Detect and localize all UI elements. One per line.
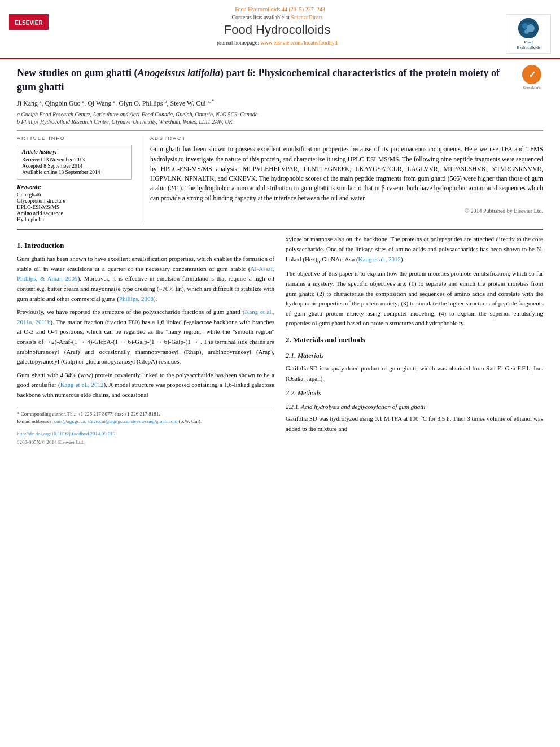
journal-header: Food Hydrocolloids 44 (2015) 237–243 ELS… bbox=[0, 0, 560, 59]
keyword-3: HPLC-ESI-MS/MS bbox=[17, 204, 132, 210]
elsevier-logo-svg: ELSEVIER bbox=[9, 14, 49, 30]
section2-sub2-sub1-text: Gatifolia SD was hydrolyzed using 0.1 M … bbox=[286, 414, 543, 434]
affiliation-a: a Guelph Food Research Centre, Agricultu… bbox=[17, 111, 543, 117]
article-title-section: New studies on gum ghatti (Anogeissus la… bbox=[17, 66, 543, 94]
doi-line: http://dx.doi.org/10.1016/j.foodhyd.2014… bbox=[17, 429, 274, 439]
abstract-col: ABSTRACT Gum ghatti has been shown to po… bbox=[141, 136, 543, 223]
article-info-box: Article history: Received 13 November 20… bbox=[17, 145, 132, 180]
sciencedirect-link[interactable]: ScienceDirect bbox=[291, 14, 322, 20]
body-para-3: Gum ghatti with 4.34% (w/w) protein cova… bbox=[17, 370, 274, 400]
section2-sub2-heading: 2.2. Methods bbox=[286, 388, 543, 399]
journal-logo-right: FoodHydrocolloids bbox=[506, 14, 551, 54]
journal-homepage-line: journal homepage: www.elsevier.com/locat… bbox=[54, 40, 500, 46]
keyword-4: Amino acid sequence bbox=[17, 211, 132, 216]
article-content: New studies on gum ghatti (Anogeissus la… bbox=[0, 59, 560, 453]
keywords-label: Keywords: bbox=[17, 184, 132, 190]
journal-center-info: Contents lists available at ScienceDirec… bbox=[49, 14, 506, 46]
body-divider bbox=[17, 229, 543, 230]
keyword-5: Hydrophobic bbox=[17, 217, 132, 222]
footnote-corresponding: * Corresponding author. Tel.: +1 226 217… bbox=[17, 410, 274, 418]
keyword-1: Gum ghatti bbox=[17, 192, 132, 198]
ref-link-3[interactable]: Kang et al., 2011a, 2011b bbox=[17, 308, 274, 325]
footnote-section: * Corresponding author. Tel.: +1 226 217… bbox=[17, 407, 274, 446]
body-col-right: xylose or mannose also on the backbone. … bbox=[286, 234, 543, 446]
body-two-col: 1. Introduction Gum ghatti has been show… bbox=[17, 234, 543, 446]
ref-link-1[interactable]: Al-Assaf, Phillips, & Amar, 2009 bbox=[17, 265, 274, 282]
article-history-label: Article history: bbox=[22, 148, 126, 155]
issn-line: 0268-005X/© 2014 Elsevier Ltd. bbox=[17, 438, 274, 446]
crossmark-label: CrossMark bbox=[523, 85, 540, 90]
footnote-email-addresses[interactable]: cuis@agr.gc.ca, steve.cui@agr.gc.ca, ste… bbox=[54, 418, 177, 424]
section2-sub1-text: Gatifolia SD is a spray-dried product of… bbox=[286, 364, 543, 383]
body-para-1: Gum ghatti has been shown to have excell… bbox=[17, 254, 274, 304]
accepted-date: Accepted 8 September 2014 bbox=[22, 163, 126, 169]
authors-line: Ji Kang a, Qingbin Guo a, Qi Wang a, Gly… bbox=[17, 99, 543, 108]
contents-line: Contents lists available at ScienceDirec… bbox=[54, 14, 500, 20]
ref-link-2[interactable]: Phillips, 2008 bbox=[119, 295, 154, 302]
journal-logo-text: FoodHydrocolloids bbox=[517, 40, 540, 50]
section1-heading: 1. Introduction bbox=[17, 240, 274, 252]
received-date: Received 13 November 2013 bbox=[22, 157, 126, 163]
homepage-url[interactable]: www.elsevier.com/locate/foodhyd bbox=[260, 40, 338, 46]
section2-heading: 2. Materials and methods bbox=[286, 334, 543, 346]
journal-top-bar: ELSEVIER Contents lists available at Sci… bbox=[0, 14, 560, 58]
keywords-section: Keywords: Gum ghatti Glycoprotein struct… bbox=[17, 184, 132, 222]
keyword-2: Glycoprotein structure bbox=[17, 198, 132, 204]
abstract-label: ABSTRACT bbox=[150, 136, 543, 141]
ref-link-5[interactable]: Kang et al., 2012 bbox=[358, 256, 401, 263]
body-para-col2-2: The objective of this paper is to explai… bbox=[286, 269, 543, 329]
affiliation-b: b Phillips Hydrocolloid Research Centre,… bbox=[17, 119, 543, 125]
copyright-line: © 2014 Published by Elsevier Ltd. bbox=[150, 208, 543, 214]
journal-logo-circle bbox=[518, 18, 539, 38]
body-para-col2-1: xylose or mannose also on the backbone. … bbox=[286, 234, 543, 265]
article-info-abstract-section: ARTICLE INFO Article history: Received 1… bbox=[17, 130, 543, 223]
svg-point-5 bbox=[524, 29, 529, 34]
abstract-text: Gum ghatti has been shown to possess exc… bbox=[150, 145, 543, 203]
body-col-left: 1. Introduction Gum ghatti has been show… bbox=[17, 234, 274, 446]
page: Food Hydrocolloids 44 (2015) 237–243 ELS… bbox=[0, 0, 560, 747]
ref-link-4[interactable]: Kang et al., 2012 bbox=[60, 381, 104, 388]
article-info-col: ARTICLE INFO Article history: Received 1… bbox=[17, 136, 141, 223]
crossmark: ✓ CrossMark bbox=[520, 66, 543, 89]
crossmark-icon: ✓ bbox=[522, 65, 541, 84]
article-info-label: ARTICLE INFO bbox=[17, 136, 132, 141]
available-date: Available online 18 September 2014 bbox=[22, 169, 126, 175]
article-title: New studies on gum ghatti (Anogeissus la… bbox=[17, 66, 502, 94]
journal-citation: Food Hydrocolloids 44 (2015) 237–243 bbox=[235, 6, 325, 12]
body-para-2: Previously, we have reported the structu… bbox=[17, 307, 274, 367]
footnote-email: E-mail addresses: cuis@agr.gc.ca, steve.… bbox=[17, 418, 274, 425]
elsevier-logo-area: ELSEVIER bbox=[9, 14, 49, 36]
svg-text:ELSEVIER: ELSEVIER bbox=[15, 20, 43, 26]
section2-sub1-heading: 2.1. Materials bbox=[286, 351, 543, 361]
journal-title-header: Food Hydrocolloids bbox=[54, 23, 500, 37]
section2-sub2-sub1-heading: 2.2.1. Acid hydrolysis and deglycosylati… bbox=[286, 402, 543, 412]
